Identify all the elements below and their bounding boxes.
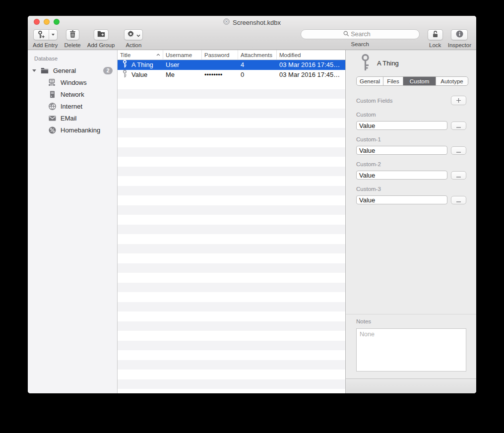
custom-field-input[interactable] xyxy=(356,171,447,180)
trash-icon xyxy=(69,30,76,40)
custom-field-label: Custom-2 xyxy=(356,161,466,167)
disclosure-triangle-icon[interactable] xyxy=(32,69,36,72)
table-empty-row xyxy=(118,370,345,379)
table-row[interactable]: Value Me •••••••• 0 03 Mar 2016 17:45… xyxy=(118,70,345,80)
custom-field-input[interactable] xyxy=(356,195,447,204)
search-field[interactable] xyxy=(301,29,420,39)
table-empty-row xyxy=(118,79,345,89)
sidebar-item-windows[interactable]: Windows xyxy=(28,76,117,88)
tab-custom[interactable]: Custom xyxy=(403,77,436,85)
sidebar-item-label: Homebanking xyxy=(61,126,100,134)
add-group-button[interactable] xyxy=(94,29,109,40)
table-empty-row xyxy=(118,360,345,370)
table-empty-row xyxy=(118,215,345,225)
info-icon xyxy=(456,30,463,40)
add-custom-field-button[interactable] xyxy=(451,96,466,105)
entry-username: Me xyxy=(163,71,202,78)
table-empty-row xyxy=(118,186,345,196)
sidebar: Database General 2 Windows Network xyxy=(28,50,118,393)
delete-tool: Delete xyxy=(64,29,81,48)
sidebar-item-network[interactable]: Network xyxy=(28,88,117,100)
remove-custom-field-button[interactable] xyxy=(451,146,466,155)
search-label: Search xyxy=(351,41,369,47)
entry-attachments: 0 xyxy=(238,71,277,78)
add-entry-button[interactable] xyxy=(33,29,58,40)
table-empty-row xyxy=(118,118,345,128)
sidebar-item-internet[interactable]: Internet xyxy=(28,100,117,112)
sort-ascending-icon xyxy=(156,54,160,56)
custom-fields-label: Custom Fields xyxy=(356,98,393,104)
window-title: Screenshot.kdbx xyxy=(233,19,281,26)
table-empty-row xyxy=(118,195,345,205)
search-input[interactable] xyxy=(351,31,377,38)
column-header-username[interactable]: Username xyxy=(163,50,202,60)
table-row-selected[interactable]: A Thing User 4 03 Mar 2016 17:45… xyxy=(118,60,345,70)
title-bar[interactable]: Screenshot.kdbx xyxy=(28,16,476,27)
plus-icon xyxy=(456,96,461,105)
tab-general[interactable]: General xyxy=(357,77,383,85)
entry-title: A Thing xyxy=(131,61,153,68)
app-window: Screenshot.kdbx Add Entry D xyxy=(28,16,476,393)
close-window-icon[interactable] xyxy=(34,19,40,25)
table-empty-row xyxy=(118,225,345,235)
tab-autotype[interactable]: Autotype xyxy=(436,77,468,85)
custom-field-input[interactable] xyxy=(356,121,447,130)
inspector-footer xyxy=(346,378,476,393)
remove-custom-field-button[interactable] xyxy=(451,122,466,130)
table-empty-row xyxy=(118,157,345,167)
search-tool: Search xyxy=(301,29,420,47)
percent-icon xyxy=(48,126,57,134)
folder-icon xyxy=(40,67,49,74)
key-plus-icon xyxy=(34,30,49,40)
lock-label: Lock xyxy=(429,42,441,48)
column-header-password[interactable]: Password xyxy=(202,50,238,60)
column-header-attachments[interactable]: Attachments xyxy=(238,50,277,60)
document-icon xyxy=(223,18,230,26)
table-empty-row xyxy=(118,321,345,331)
key-icon xyxy=(123,70,127,79)
inspector-label: Inspector xyxy=(448,42,471,48)
lock-button[interactable] xyxy=(428,29,443,40)
table-header: Title Username Password Attachments Modi… xyxy=(118,50,345,60)
remove-custom-field-button[interactable] xyxy=(451,196,466,204)
action-button[interactable] xyxy=(124,29,143,40)
table-empty-row xyxy=(118,379,345,389)
key-icon xyxy=(123,60,127,69)
custom-field-group: Custom-2 xyxy=(356,161,466,180)
column-header-title[interactable]: Title xyxy=(118,50,163,60)
sidebar-item-label: EMail xyxy=(61,115,77,122)
remove-custom-field-button[interactable] xyxy=(451,171,466,180)
tab-files[interactable]: Files xyxy=(383,77,403,85)
delete-label: Delete xyxy=(64,42,81,48)
sidebar-item-email[interactable]: EMail xyxy=(28,112,117,124)
globe-icon xyxy=(48,103,57,110)
add-entry-dropdown[interactable] xyxy=(49,30,57,40)
table-empty-row xyxy=(118,341,345,351)
table-empty-row xyxy=(118,244,345,254)
key-icon xyxy=(360,54,371,73)
sidebar-group-general[interactable]: General 2 xyxy=(28,64,117,76)
custom-field-label: Custom-3 xyxy=(356,186,466,192)
minimize-window-icon[interactable] xyxy=(44,19,50,25)
gear-icon xyxy=(127,30,134,40)
delete-button[interactable] xyxy=(66,29,79,40)
zoom-window-icon[interactable] xyxy=(54,19,60,25)
minus-icon xyxy=(456,195,461,204)
inspector-button[interactable] xyxy=(451,29,468,40)
table-empty-row xyxy=(118,99,345,109)
custom-field-label: Custom-1 xyxy=(356,136,466,142)
entry-table-body: A Thing User 4 03 Mar 2016 17:45… Value … xyxy=(118,60,345,393)
column-header-modified[interactable]: Modified xyxy=(277,50,345,60)
custom-field-group: Custom-3 xyxy=(356,186,466,204)
entry-username: User xyxy=(163,61,202,68)
traffic-lights xyxy=(34,19,60,25)
sidebar-item-label: Network xyxy=(61,91,84,98)
add-entry-label: Add Entry xyxy=(33,42,58,48)
entry-attachments: 4 xyxy=(238,61,277,68)
notes-textarea[interactable] xyxy=(356,328,466,371)
notes-label: Notes xyxy=(356,318,466,324)
custom-field-input[interactable] xyxy=(356,146,447,155)
sidebar-item-homebanking[interactable]: Homebanking xyxy=(28,124,117,136)
custom-field-group: Custom-1 xyxy=(356,136,466,155)
custom-field-group: Custom xyxy=(356,112,466,130)
